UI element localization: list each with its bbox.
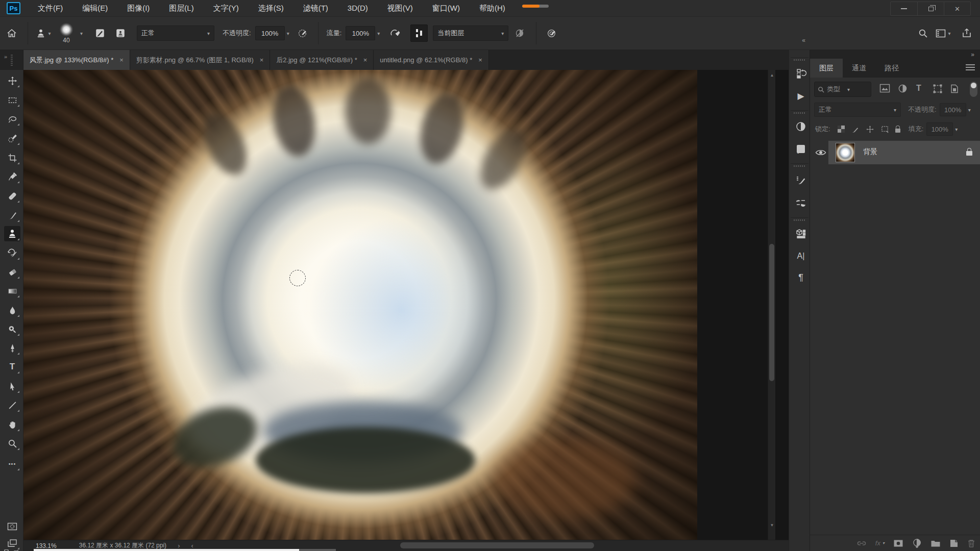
pen-tool[interactable] bbox=[4, 340, 20, 356]
chevron-down-icon[interactable]: ▾ bbox=[287, 31, 289, 36]
sample-select[interactable]: 当前图层 ▾ bbox=[433, 26, 508, 41]
layer-visibility-toggle[interactable] bbox=[815, 148, 826, 159]
menu-view[interactable]: 视图(V) bbox=[378, 0, 423, 16]
lock-position-icon[interactable] bbox=[866, 125, 874, 134]
airbrush-toggle[interactable] bbox=[384, 28, 407, 38]
workspace-switcher[interactable]: ▾ bbox=[933, 29, 953, 38]
edit-toolbar-button[interactable]: ••• bbox=[4, 456, 20, 471]
lock-all-icon[interactable] bbox=[895, 126, 900, 133]
new-group-button[interactable] bbox=[930, 539, 941, 547]
history-brush-tool[interactable] bbox=[4, 245, 20, 261]
zoom-tool[interactable] bbox=[4, 436, 20, 451]
toolbar-collapse-icon[interactable]: » bbox=[4, 54, 7, 60]
lock-pixels-icon[interactable] bbox=[851, 125, 860, 134]
quick-selection-tool[interactable] bbox=[4, 131, 20, 146]
size-pressure-toggle[interactable] bbox=[541, 28, 563, 39]
layer-locked-icon[interactable] bbox=[966, 148, 972, 156]
tab-close-icon[interactable]: × bbox=[119, 56, 124, 64]
document-tab-3[interactable]: 后2.jpg @ 121%(RGB/8#) * × bbox=[270, 50, 374, 70]
menu-select[interactable]: 选择(S) bbox=[249, 0, 293, 16]
aligned-toggle[interactable] bbox=[410, 24, 428, 42]
brush-settings-panel-button[interactable] bbox=[793, 172, 809, 189]
quick-mask-toggle[interactable] bbox=[4, 519, 20, 534]
menu-file[interactable]: 文件(F) bbox=[28, 0, 72, 16]
clone-source-panel-button[interactable] bbox=[110, 28, 131, 38]
lock-artboard-icon[interactable] bbox=[880, 125, 889, 134]
status-prev-icon[interactable]: ‹ bbox=[191, 542, 193, 549]
link-layers-button[interactable] bbox=[856, 540, 867, 547]
screen-mode-button[interactable] bbox=[4, 535, 20, 550]
actions-panel-button[interactable]: ▶ bbox=[793, 88, 809, 104]
filter-type-layers-icon[interactable]: T bbox=[916, 84, 921, 93]
drag-handle[interactable] bbox=[794, 219, 806, 221]
opacity-pressure-toggle[interactable] bbox=[292, 28, 314, 39]
layer-fill-input[interactable]: 100% bbox=[926, 122, 953, 136]
line-tool[interactable] bbox=[4, 397, 20, 413]
drag-handle[interactable] bbox=[794, 59, 806, 61]
clone-stamp-tool[interactable] bbox=[4, 226, 20, 241]
character-panel-button[interactable]: A| bbox=[793, 248, 809, 264]
eraser-tool[interactable] bbox=[4, 264, 20, 280]
vertical-scrollbar-thumb[interactable] bbox=[769, 244, 774, 381]
eyedropper-tool[interactable] bbox=[4, 169, 20, 184]
menu-type[interactable]: 文字(Y) bbox=[204, 0, 249, 16]
path-selection-tool[interactable] bbox=[4, 379, 20, 394]
status-next-icon[interactable]: › bbox=[178, 542, 180, 549]
layer-filter-select[interactable]: 类型 ▾ bbox=[814, 82, 871, 97]
lasso-tool[interactable] bbox=[4, 111, 20, 127]
menu-edit[interactable]: 编辑(E) bbox=[72, 0, 117, 16]
brushes-panel-button[interactable] bbox=[793, 195, 809, 211]
gradient-tool[interactable] bbox=[4, 283, 20, 298]
chevron-down-icon[interactable]: ▾ bbox=[80, 31, 83, 36]
move-tool[interactable] bbox=[4, 73, 20, 88]
new-adjustment-layer-button[interactable] bbox=[912, 538, 922, 548]
horizontal-scrollbar-thumb[interactable] bbox=[400, 542, 594, 548]
menu-layer[interactable]: 图层(L) bbox=[159, 0, 203, 16]
paragraph-panel-button[interactable]: ¶ bbox=[793, 269, 809, 286]
share-button[interactable] bbox=[953, 28, 980, 38]
menu-window[interactable]: 窗口(W) bbox=[423, 0, 470, 16]
tool-preset-button[interactable]: ▾ bbox=[32, 28, 55, 38]
menu-3d[interactable]: 3D(D) bbox=[338, 0, 378, 16]
opacity-input[interactable]: 100% bbox=[255, 26, 285, 40]
dock-expand-icon[interactable]: « bbox=[802, 37, 805, 44]
brush-tool[interactable] bbox=[4, 208, 20, 223]
drag-handle[interactable] bbox=[794, 112, 806, 114]
adjustments-panel-button[interactable] bbox=[793, 118, 809, 135]
menu-image[interactable]: 图像(I) bbox=[117, 0, 159, 16]
blur-tool[interactable] bbox=[4, 303, 20, 318]
flow-input[interactable]: 100% bbox=[346, 26, 375, 40]
minimize-button[interactable] bbox=[891, 2, 917, 15]
brush-preset-picker[interactable]: 40 bbox=[55, 23, 78, 44]
document-tab-2[interactable]: 剪影素材.png @ 66.7% (图层 1, RGB/8) × bbox=[130, 50, 271, 70]
menu-filter[interactable]: 滤镜(T) bbox=[293, 0, 338, 16]
vertical-scrollbar[interactable]: ▲ ▼ bbox=[768, 70, 775, 540]
scroll-down-icon[interactable]: ▼ bbox=[768, 523, 776, 528]
document-tab-1[interactable]: 风景.jpg @ 133%(RGB/8#) * × bbox=[23, 50, 130, 70]
filter-pixel-layers-icon[interactable] bbox=[879, 84, 890, 95]
tab-layers[interactable]: 图层 bbox=[810, 59, 843, 78]
layer-thumbnail[interactable] bbox=[836, 143, 855, 162]
tab-paths[interactable]: 路径 bbox=[875, 59, 908, 78]
drag-handle[interactable] bbox=[794, 165, 806, 167]
filter-on-off-toggle[interactable] bbox=[970, 82, 977, 97]
menu-help[interactable]: 帮助(H) bbox=[470, 0, 515, 16]
search-button[interactable] bbox=[913, 29, 933, 38]
tab-close-icon[interactable]: × bbox=[363, 56, 368, 64]
zoom-level-field[interactable]: 133.1% bbox=[36, 542, 57, 549]
panel-menu-icon[interactable] bbox=[966, 64, 975, 70]
filter-adjustment-layers-icon[interactable] bbox=[898, 84, 908, 95]
panel-collapse-icon[interactable]: » bbox=[971, 51, 974, 58]
history-panel-button[interactable] bbox=[793, 65, 809, 82]
lock-transparency-icon[interactable] bbox=[838, 126, 845, 133]
tab-close-icon[interactable]: × bbox=[260, 56, 264, 64]
chevron-down-icon[interactable]: ▾ bbox=[377, 31, 380, 36]
crop-tool[interactable] bbox=[4, 150, 20, 165]
layer-blend-mode-select[interactable]: 正常 ▾ bbox=[814, 103, 901, 117]
filter-smart-objects-icon[interactable] bbox=[950, 84, 959, 96]
3d-panel-button[interactable] bbox=[793, 226, 809, 242]
new-layer-button[interactable] bbox=[949, 539, 959, 548]
layer-style-button[interactable]: fx▾ bbox=[875, 539, 885, 547]
tab-channels[interactable]: 通道 bbox=[843, 59, 875, 78]
close-button[interactable]: ✕ bbox=[944, 2, 970, 15]
